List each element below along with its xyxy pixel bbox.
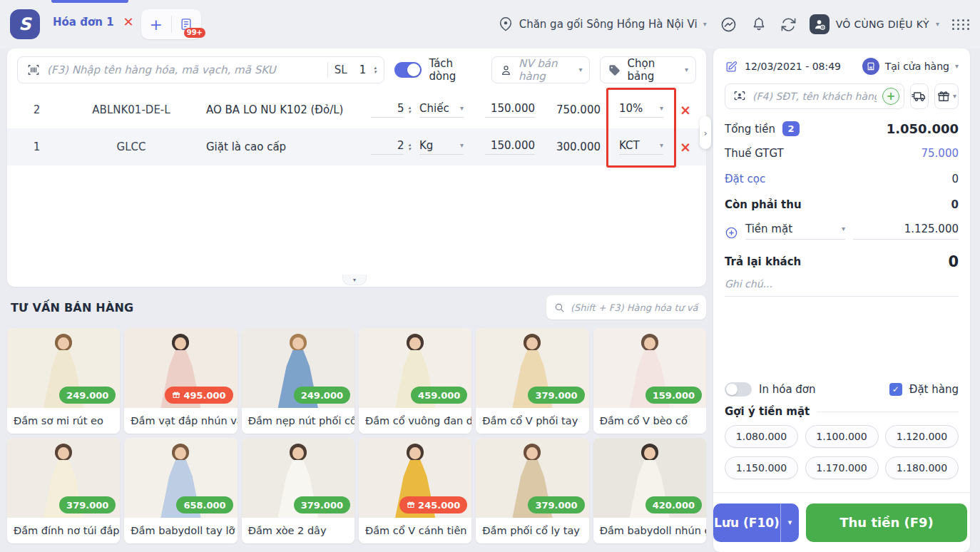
invoice-tab[interactable]: Hóa đơn 1 ✕: [53, 16, 134, 29]
user-badge-icon: [810, 14, 830, 34]
payment-row: Tiền mặt▾: [725, 223, 959, 240]
row-unit-select[interactable]: Kg▾: [411, 139, 471, 155]
qty-value[interactable]: 1: [359, 63, 367, 76]
suggestion-title: TƯ VẤN BÁN HÀNG: [11, 301, 133, 315]
product-card[interactable]: 495.000 Đầm vạt đắp nhún vai: [124, 328, 237, 434]
save-button[interactable]: Lưu (F10) ▾: [713, 504, 799, 542]
product-image: 245.000: [359, 438, 471, 518]
sale-channel-select[interactable]: Tại cửa hàng ▾: [862, 58, 959, 75]
product-image: 420.000: [593, 438, 706, 518]
collapse-panel-handle[interactable]: ›: [700, 116, 711, 149]
note-field: [725, 277, 959, 297]
collapse-cart-handle[interactable]: ▾: [342, 275, 367, 285]
cash-suggestion-row: 1.080.000 1.100.000 1.120.000: [725, 425, 959, 448]
bell-icon[interactable]: [750, 16, 767, 33]
row-sku: ABLNK01-DE-L: [56, 103, 206, 116]
price-badge: 159.000: [645, 387, 702, 404]
chevron-down-icon: ▾: [842, 225, 845, 232]
product-search-input[interactable]: [47, 63, 321, 76]
price-table-select[interactable]: Chọn bảng ▾: [600, 56, 696, 83]
close-tab-icon[interactable]: ✕: [123, 16, 134, 29]
sync-icon[interactable]: [780, 16, 797, 33]
customer-search-input[interactable]: [752, 91, 877, 102]
stepper-arrows-icon[interactable]: ▴▾: [374, 66, 377, 74]
product-card[interactable]: 420.000 Đầm babydoll nhún eo: [593, 438, 706, 543]
note-input[interactable]: [725, 278, 959, 290]
product-name: Đầm vạt đắp nhún vai: [124, 408, 237, 434]
price-badge: 495.000: [165, 387, 233, 404]
product-card[interactable]: 249.000 Đầm nẹp nút phối cổ: [242, 328, 354, 434]
product-card[interactable]: 249.000 Đầm sơ mi rút eo: [7, 328, 120, 434]
promotion-button[interactable]: ▾: [934, 83, 959, 109]
suggestion-header: TƯ VẤN BÁN HÀNG: [7, 290, 706, 325]
payment-method-select[interactable]: Tiền mặt▾: [745, 223, 845, 240]
cash-suggestion-button[interactable]: 1.100.000: [805, 425, 879, 448]
row-price-input[interactable]: 150.000: [471, 102, 535, 118]
app-logo-icon[interactable]: S: [10, 9, 40, 39]
vat-label: Thuế GTGT: [725, 147, 784, 160]
product-image: 379.000: [476, 438, 588, 518]
total-label: Tổng tiền: [725, 123, 775, 136]
row-delete-button[interactable]: ×: [673, 103, 698, 117]
product-card[interactable]: 245.000 Đầm cổ V cánh tiên: [359, 438, 471, 543]
row-delete-button[interactable]: ×: [673, 140, 698, 154]
checkout-button[interactable]: Thu tiền (F9): [806, 504, 967, 542]
product-card[interactable]: 379.000 Đầm cổ V phối tay: [476, 328, 588, 434]
due-row: Còn phải thu 0: [725, 196, 959, 213]
topbar: S Hóa đơn 1 ✕ + 99+ Chăn ga gối Sông Hồn…: [0, 0, 980, 48]
product-card[interactable]: 159.000 Đầm cổ V bèo cổ: [593, 328, 706, 434]
row-qty-stepper[interactable]: 2 ▴▾: [354, 139, 411, 155]
product-name: Đầm phối cổ ly tay: [476, 518, 588, 543]
row-tax-select[interactable]: KCT▾: [612, 139, 673, 155]
staff-select[interactable]: NV bán hàng ▾: [491, 56, 590, 83]
product-name: Đầm cổ V phối tay: [476, 408, 588, 434]
product-image: 249.000: [7, 328, 120, 408]
product-card[interactable]: 379.000 Đầm phối cổ ly tay: [476, 438, 588, 543]
account-menu[interactable]: VÔ CÙNG DIỆU KỲ ▾: [810, 14, 939, 34]
payment-amount-input[interactable]: [853, 223, 959, 235]
gift-icon: [172, 391, 180, 399]
deposit-link[interactable]: Đặt cọc: [725, 173, 765, 185]
invoice-date[interactable]: 12/03/2021 - 08:49: [725, 60, 841, 73]
price-badge: 658.000: [176, 496, 233, 513]
panel-footer: Lưu (F10) ▾ Thu tiền (F9): [713, 492, 970, 552]
product-card[interactable]: 459.000 Đầm cổ vuông đan dây: [359, 328, 471, 434]
row-price-input[interactable]: 150.000: [471, 139, 535, 155]
save-options-caret[interactable]: ▾: [780, 504, 799, 542]
print-invoice-toggle[interactable]: [725, 382, 752, 397]
add-payment-icon[interactable]: [725, 226, 738, 240]
branch-selector[interactable]: Chăn ga gối Sông Hồng Hà Nội Việt ... ▾: [498, 16, 707, 32]
due-label: Còn phải thu: [725, 198, 802, 211]
order-checkbox[interactable]: ✓: [889, 383, 902, 396]
cash-suggestion-row: 1.150.000 1.170.000 1.180.000: [725, 456, 959, 479]
delivery-button[interactable]: [910, 83, 929, 109]
price-badge: 459.000: [411, 387, 467, 404]
cart-row: 2 ABLNK01-DE-L AO BA LO NU K102 (Đỏ/L) 5…: [7, 91, 706, 128]
row-tax-select[interactable]: 10%▾: [612, 102, 673, 118]
customer-search-box: +: [725, 83, 904, 109]
split-line-toggle[interactable]: [394, 62, 422, 78]
cash-suggestion-button[interactable]: 1.120.000: [885, 425, 959, 448]
product-image: 379.000: [7, 438, 120, 518]
checkout-panel: 12/03/2021 - 08:49 Tại cửa hàng ▾ +: [713, 48, 970, 552]
saved-invoices-button[interactable]: 99+: [172, 17, 202, 31]
row-unit-select[interactable]: Chiếc▾: [411, 102, 471, 118]
split-line-label: Tách dòng: [429, 57, 481, 83]
add-customer-button[interactable]: +: [882, 88, 899, 105]
product-card[interactable]: 658.000 Đầm babydoll tay lỡ: [124, 438, 237, 543]
staff-placeholder: NV bán hàng: [519, 57, 573, 83]
new-invoice-button[interactable]: +: [141, 16, 171, 34]
apps-grid-icon[interactable]: [952, 19, 970, 30]
product-card[interactable]: 379.000 Đầm xòe 2 dây: [242, 438, 354, 543]
messenger-icon[interactable]: [720, 16, 737, 34]
product-card[interactable]: 379.000 Đầm đính nơ túi đắp: [7, 438, 120, 543]
item-count-badge: 2: [782, 121, 800, 136]
row-qty-stepper[interactable]: 5 ▴▾: [354, 102, 411, 118]
cash-suggestion-button[interactable]: 1.180.000: [885, 456, 959, 479]
cash-suggestion-button[interactable]: 1.080.000: [725, 425, 798, 448]
product-image: 159.000: [593, 328, 706, 408]
barcode-icon: [26, 63, 41, 77]
cash-suggestion-button[interactable]: 1.150.000: [725, 456, 798, 479]
cash-suggestion-button[interactable]: 1.170.000: [805, 456, 879, 479]
suggestion-search-input[interactable]: [571, 302, 699, 313]
